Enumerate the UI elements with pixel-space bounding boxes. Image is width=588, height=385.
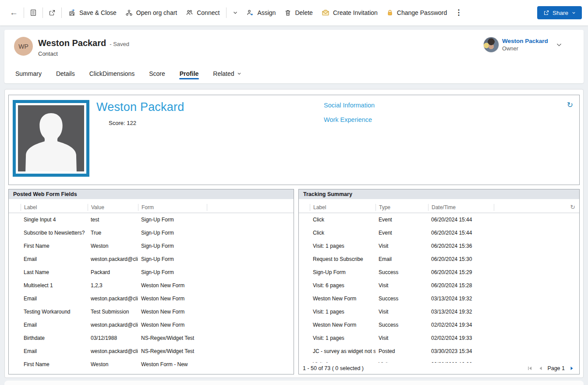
- table-row[interactable]: Visit: 1 pagesVisit02/02/2024 19:33: [299, 332, 579, 345]
- table-cell: Click: [310, 217, 375, 223]
- chevron-down-icon: [571, 11, 576, 15]
- more-commands-button[interactable]: ⋮: [451, 6, 466, 19]
- table-cell: Testing Workaround: [21, 309, 88, 315]
- tab-label: Related: [213, 70, 234, 77]
- table-row[interactable]: First NameWestonSign-Up Form: [9, 239, 294, 253]
- tab-label: Profile: [180, 70, 199, 77]
- table-row[interactable]: Subscribe to Newsletters?TrueSign-Up For…: [9, 226, 294, 239]
- share-button[interactable]: Share: [537, 6, 582, 19]
- table-cell: Visit: 1 pages: [310, 243, 375, 249]
- table-row[interactable]: Testing WorkaroundTest SubmissionWeston …: [9, 305, 294, 318]
- table-row[interactable]: Emailweston.packard@clickdinWeston New F…: [9, 292, 294, 305]
- divider: [226, 7, 227, 18]
- column-header-form[interactable]: Form: [138, 204, 207, 211]
- form-selector-button[interactable]: [26, 6, 40, 19]
- table-row[interactable]: Sign-Up FormSuccess06/20/2024 15:29: [299, 266, 579, 279]
- table-row[interactable]: ClickEvent06/20/2024 15:44: [299, 226, 579, 239]
- table-row[interactable]: Visit: 1 pagesVisit06/20/2024 15:36: [299, 239, 579, 253]
- column-header-label[interactable]: Label: [21, 204, 88, 211]
- tab-profile[interactable]: Profile: [177, 66, 201, 83]
- table-row[interactable]: JC - survey as widget not syncPosted03/3…: [299, 345, 579, 358]
- owner-avatar[interactable]: [483, 37, 499, 53]
- tab-label: ClickDimensions: [89, 70, 135, 77]
- table-cell: weston.packard@clickdin: [88, 348, 138, 354]
- table-row[interactable]: Weston New FormSuccess02/02/2024 19:34: [299, 318, 579, 332]
- previous-page-button[interactable]: [537, 365, 544, 372]
- chevron-down-icon: [237, 71, 242, 76]
- table-cell: 06/20/2024 15:29: [428, 269, 494, 275]
- table-cell: First Name: [21, 243, 88, 249]
- table-row[interactable]: Visit: 1 pagesVisit03/13/2024 19:32: [299, 305, 579, 318]
- popout-icon: [49, 9, 56, 16]
- table-row[interactable]: Single Input 4testSign-Up Form: [9, 213, 294, 226]
- page-title: Weston Packard: [38, 38, 106, 48]
- owner-chevron-icon[interactable]: [556, 41, 563, 48]
- column-header-label[interactable]: Label: [310, 204, 375, 211]
- tab-summary[interactable]: Summary: [13, 66, 44, 83]
- table-cell: Visit: [375, 309, 428, 315]
- tab-clickdimensions[interactable]: ClickDimensions: [87, 66, 137, 83]
- table-cell: Email: [21, 322, 88, 328]
- table-cell: Weston New Form: [138, 282, 207, 289]
- tab-related[interactable]: Related: [211, 66, 244, 83]
- tab-details[interactable]: Details: [54, 66, 77, 83]
- connect-label: Connect: [197, 9, 220, 16]
- column-header-empty: [494, 204, 579, 211]
- work-experience-link[interactable]: Work Experience: [324, 116, 375, 123]
- connect-overflow-button[interactable]: [229, 7, 242, 19]
- change-password-button[interactable]: Change Password: [382, 6, 451, 19]
- next-page-button[interactable]: [568, 365, 575, 372]
- delete-button[interactable]: Delete: [280, 6, 317, 19]
- table-cell: Sign-Up Form: [138, 243, 207, 249]
- open-org-chart-button[interactable]: Open org chart: [121, 6, 181, 20]
- record-tabs: SummaryDetailsClickDimensionsScoreProfil…: [13, 66, 244, 83]
- profile-refresh-icon[interactable]: ↻: [567, 100, 573, 110]
- save-close-button[interactable]: Save & Close: [64, 6, 121, 20]
- table-row[interactable]: Request to SubscribeEmail06/20/2024 15:3…: [299, 253, 579, 266]
- table-cell: True: [88, 230, 138, 236]
- table-row[interactable]: Birthdate03/12/1988NS-Regex/Widget Test: [9, 332, 294, 345]
- table-cell: Weston New Form: [310, 322, 375, 328]
- table-cell: Last Name: [21, 269, 88, 275]
- avatar-initials: WP: [18, 43, 28, 50]
- table-row[interactable]: Weston New FormSuccess03/13/2024 19:32: [299, 292, 579, 305]
- create-invitation-button[interactable]: Create Invitation: [317, 6, 382, 19]
- table-cell: weston.packard@clickdin: [88, 322, 138, 328]
- column-header-value[interactable]: Value: [88, 204, 138, 211]
- connect-button[interactable]: Connect: [181, 6, 224, 20]
- table-cell: Packard: [88, 269, 138, 275]
- section-title: Posted Web Form Fields: [9, 189, 294, 199]
- profile-tab-content: Weston Packard Score: 122 Social Informa…: [4, 89, 584, 378]
- table-cell: 1,2,3: [88, 282, 138, 289]
- column-header-type[interactable]: Type: [375, 204, 428, 211]
- table-cell: weston.packard@clickdin: [88, 256, 138, 262]
- column-header-datetime[interactable]: Date/Time: [428, 204, 494, 211]
- social-information-link[interactable]: Social Information: [324, 102, 375, 109]
- profile-score: Score: 122: [109, 120, 136, 126]
- table-row[interactable]: Emailweston.packard@clickdinNS-Regex/Wid…: [9, 345, 294, 358]
- invitation-envelope-icon: [322, 9, 329, 16]
- owner-name-link[interactable]: Weston Packard: [502, 38, 548, 44]
- table-row[interactable]: Emailweston.packard@clickdinSign-Up Form: [9, 253, 294, 266]
- table-cell: Visit: [375, 282, 428, 289]
- grid-refresh-icon[interactable]: ↻: [570, 203, 575, 210]
- table-cell: Test Submission: [88, 309, 138, 315]
- table-row[interactable]: Emailweston.packard@clickdinWeston New F…: [9, 318, 294, 332]
- table-row[interactable]: Visit: 6 pagesVisit06/20/2024 15:28: [299, 279, 579, 292]
- table-cell: Email: [21, 348, 88, 354]
- table-cell: Weston New Form: [138, 296, 207, 302]
- back-button[interactable]: ←: [6, 6, 21, 19]
- entity-type-label: Contact: [38, 50, 58, 57]
- table-row[interactable]: ClickEvent06/20/2024 15:44: [299, 213, 579, 226]
- assign-button[interactable]: Assign: [242, 6, 280, 20]
- tab-score[interactable]: Score: [147, 66, 167, 83]
- first-page-button[interactable]: [526, 365, 533, 372]
- table-cell: Sign-Up Form: [138, 269, 207, 275]
- table-cell: 06/20/2024 15:28: [428, 282, 494, 289]
- table-row[interactable]: Last NamePackardSign-Up Form: [9, 266, 294, 279]
- page-number-label: Page 1: [547, 365, 565, 371]
- table-row[interactable]: Multiselect 11,2,3Weston New Form: [9, 279, 294, 292]
- table-row[interactable]: First NameWestonWeston Form - New: [9, 358, 294, 371]
- save-status: - Saved: [110, 41, 129, 47]
- popout-button[interactable]: [45, 6, 59, 19]
